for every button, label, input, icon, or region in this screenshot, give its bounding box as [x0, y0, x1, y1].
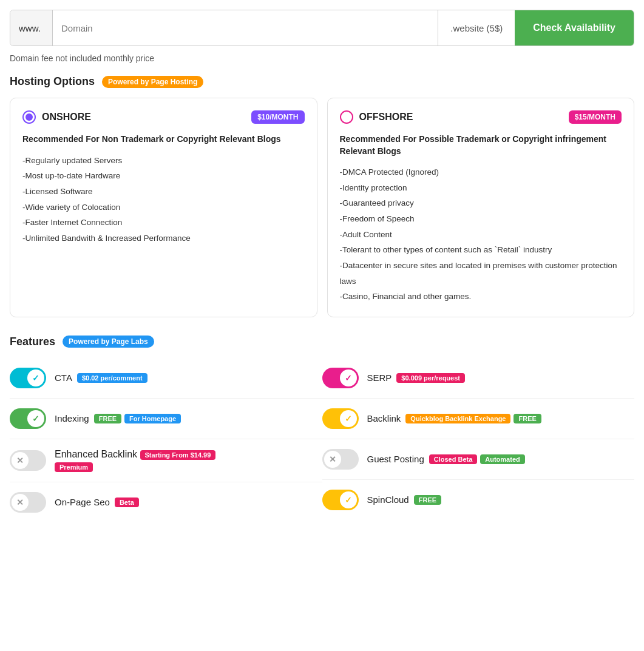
features-section: Features Powered by Page Labs ✓ CTA $0.0… — [10, 336, 634, 522]
features-section-title: Features — [10, 336, 55, 348]
hosting-section-title: Hosting Options — [10, 75, 95, 88]
feature-serp-row: ✓ SERP $0.009 per/request — [322, 358, 635, 399]
indexing-toggle[interactable]: ✓ — [10, 408, 46, 429]
onshore-description: Recommended For Non Trademark or Copyrig… — [22, 133, 305, 146]
enhanced-backlink-toggle-knob: ✕ — [12, 452, 29, 469]
offshore-feature-2: -Identity protection — [340, 180, 622, 196]
features-section-header: Features Powered by Page Labs — [10, 336, 634, 348]
spincloud-toggle[interactable]: ✓ — [322, 490, 359, 510]
features-grid: ✓ CTA $0.02 per/comment ✓ Indexing FREE … — [10, 358, 634, 522]
features-left-col: ✓ CTA $0.02 per/comment ✓ Indexing FREE … — [10, 358, 322, 522]
offshore-feature-8: -Casino, Financial and other games. — [340, 289, 622, 305]
onshore-feature-3: -Licensed Software — [22, 184, 305, 200]
offshore-feature-6: -Tolerant to other types of content such… — [340, 242, 622, 258]
onshore-feature-2: -Most up-to-date Hardware — [22, 168, 305, 184]
offshore-radio[interactable] — [340, 110, 353, 124]
enhanced-backlink-premium-badge: Premium — [55, 462, 93, 472]
cta-price-badge: $0.02 per/comment — [77, 373, 147, 383]
onshore-title-group: ONSHORE — [22, 110, 91, 124]
serp-toggle-knob: ✓ — [340, 369, 357, 386]
hosting-section-header: Hosting Options Powered by Page Hosting — [10, 75, 634, 88]
backlink-free-badge: FREE — [514, 414, 541, 423]
feature-enhanced-backlink-row: ✕ Enhanced Backlink Starting From $14.99… — [10, 439, 322, 482]
offshore-card: OFFSHORE $15/MONTH Recommended For Possi… — [327, 98, 635, 317]
backlink-quickblog-badge: Quickblog Backlink Exchange — [405, 414, 510, 423]
onshore-feature-4: -Wide variety of Colocation — [22, 200, 305, 215]
features-right-col: ✓ SERP $0.009 per/request ✓ Backlink Qui… — [322, 358, 635, 522]
onshore-price-badge: $10/MONTH — [251, 110, 304, 124]
feature-guest-posting-row: ✕ Guest Posting Closed Beta Automated — [322, 439, 635, 480]
offshore-price-badge: $15/MONTH — [569, 110, 622, 124]
hosting-powered-badge: Powered by Page Hosting — [102, 76, 203, 88]
onshore-card: ONSHORE $10/MONTH Recommended For Non Tr… — [10, 98, 317, 317]
offshore-card-header: OFFSHORE $15/MONTH — [340, 110, 622, 124]
domain-fee-notice: Domain fee not included monthly price — [10, 53, 634, 63]
backlink-toggle-knob: ✓ — [340, 410, 357, 427]
cta-toggle-knob: ✓ — [27, 369, 44, 386]
offshore-title: OFFSHORE — [359, 112, 413, 123]
serp-label: SERP $0.009 per/request — [367, 373, 465, 383]
enhanced-backlink-toggle[interactable]: ✕ — [10, 450, 46, 471]
indexing-label: Indexing FREE For Homepage — [55, 413, 181, 423]
indexing-homepage-badge: For Homepage — [124, 414, 181, 423]
serp-price-badge: $0.009 per/request — [396, 373, 465, 383]
on-page-seo-toggle-knob: ✕ — [12, 494, 29, 511]
backlink-label: Backlink Quickblog Backlink Exchange FRE… — [367, 413, 541, 423]
feature-spincloud-row: ✓ SpinCloud FREE — [322, 480, 635, 520]
feature-backlink-row: ✓ Backlink Quickblog Backlink Exchange F… — [322, 399, 635, 439]
guest-posting-label: Guest Posting Closed Beta Automated — [367, 454, 525, 464]
hosting-grid: ONSHORE $10/MONTH Recommended For Non Tr… — [10, 98, 634, 317]
spincloud-toggle-knob: ✓ — [340, 491, 357, 508]
enhanced-backlink-label: Enhanced Backlink Starting From $14.99 P… — [55, 449, 215, 472]
on-page-seo-label: On-Page Seo Beta — [55, 497, 139, 507]
onshore-radio[interactable] — [22, 110, 36, 124]
onshore-features: -Regularly updated Servers -Most up-to-d… — [22, 153, 305, 246]
domain-extension: .website (5$) — [438, 10, 515, 46]
domain-www-prefix: www. — [10, 10, 53, 46]
spincloud-free-badge: FREE — [414, 495, 441, 505]
cta-toggle[interactable]: ✓ — [10, 368, 46, 388]
indexing-toggle-knob: ✓ — [27, 410, 44, 427]
features-powered-badge: Powered by Page Labs — [63, 336, 154, 348]
onshore-feature-5: -Faster Internet Connection — [22, 215, 305, 231]
offshore-feature-3: -Guaranteed privacy — [340, 195, 622, 211]
onshore-card-header: ONSHORE $10/MONTH — [22, 110, 305, 124]
enhanced-backlink-price-badge: Starting From $14.99 — [140, 450, 216, 460]
guest-posting-toggle[interactable]: ✕ — [322, 449, 359, 470]
backlink-badges: Quickblog Backlink Exchange FREE — [405, 414, 541, 423]
onshore-feature-6: -Unlimited Bandwith & Increased Performa… — [22, 231, 305, 246]
indexing-free-badge: FREE — [94, 414, 121, 423]
offshore-feature-7: -Datacenter in secure sites and located … — [340, 258, 622, 289]
guest-posting-badges: Closed Beta Automated — [429, 454, 525, 464]
offshore-title-group: OFFSHORE — [340, 110, 413, 124]
serp-toggle[interactable]: ✓ — [322, 368, 359, 388]
enhanced-backlink-badges: Premium — [55, 462, 215, 472]
offshore-features: -DMCA Protected (Ignored) -Identity prot… — [340, 164, 622, 305]
feature-indexing-row: ✓ Indexing FREE For Homepage — [10, 399, 322, 439]
domain-input[interactable] — [53, 10, 438, 46]
spincloud-label: SpinCloud FREE — [367, 494, 442, 505]
guest-posting-automated-badge: Automated — [480, 454, 524, 464]
guest-posting-toggle-knob: ✕ — [324, 451, 341, 468]
domain-row: www. .website (5$) Check Availability — [10, 10, 634, 46]
offshore-feature-4: -Freedom of Speech — [340, 211, 622, 227]
onshore-title: ONSHORE — [42, 112, 91, 123]
guest-posting-closed-beta-badge: Closed Beta — [429, 454, 478, 464]
on-page-seo-toggle[interactable]: ✕ — [10, 492, 46, 513]
check-availability-button[interactable]: Check Availability — [515, 10, 634, 46]
offshore-description: Recommended For Possible Trademark or Co… — [340, 133, 622, 157]
onshore-feature-1: -Regularly updated Servers — [22, 153, 305, 169]
indexing-badges: FREE For Homepage — [94, 414, 181, 423]
offshore-feature-5: -Adult Content — [340, 227, 622, 243]
cta-label: CTA $0.02 per/comment — [55, 373, 147, 383]
on-page-seo-beta-badge: Beta — [115, 498, 139, 507]
feature-on-page-seo-row: ✕ On-Page Seo Beta — [10, 482, 322, 522]
offshore-feature-1: -DMCA Protected (Ignored) — [340, 164, 622, 180]
backlink-toggle[interactable]: ✓ — [322, 408, 359, 429]
feature-cta-row: ✓ CTA $0.02 per/comment — [10, 358, 322, 399]
